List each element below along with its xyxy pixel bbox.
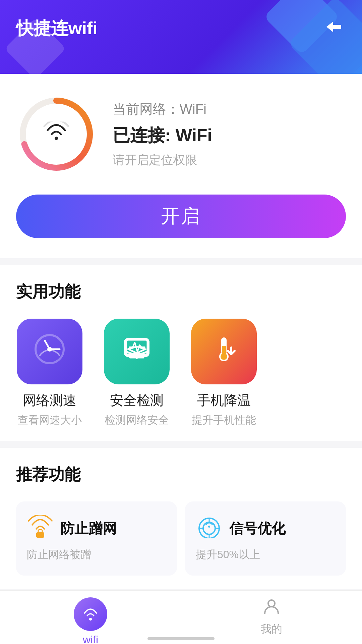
status-card: 当前网络：WiFi 已连接: WiFi 请开启定位权限	[0, 74, 362, 195]
nav-mine-icon	[262, 597, 281, 619]
start-button-wrapper: 开启	[0, 195, 362, 258]
svg-point-2	[55, 137, 58, 140]
app-title: 快捷连wifi	[16, 17, 98, 40]
signal-ring	[16, 94, 97, 174]
svg-rect-16	[36, 532, 44, 538]
cooling-name: 手机降温	[197, 391, 251, 410]
security-desc: 检测网络安全	[105, 413, 169, 428]
feature-speed[interactable]: 网络测速 查看网速大小	[16, 319, 83, 428]
bottom-nav: wifi 我的	[0, 590, 362, 644]
signal-header: 信号优化	[196, 515, 335, 542]
start-button[interactable]: 开启	[16, 195, 346, 238]
security-icon-box	[104, 319, 170, 384]
block-wifi-icon	[27, 515, 54, 542]
svg-point-18	[203, 522, 215, 534]
feature-security[interactable]: 安全检测 检测网络安全	[103, 319, 170, 428]
speed-name: 网络测速	[23, 391, 76, 410]
svg-point-25	[268, 600, 275, 607]
speed-desc: 查看网速大小	[17, 413, 82, 428]
block-title: 防止蹭网	[60, 519, 117, 538]
security-icon	[120, 332, 154, 371]
useful-section: 实用功能 网络测速 查看网速大小	[0, 265, 362, 441]
network-info: 当前网络：WiFi 已连接: WiFi 请开启定位权限	[113, 100, 346, 168]
cooling-desc: 提升手机性能	[192, 413, 256, 428]
recommended-signal[interactable]: 信号优化 提升50%以上	[185, 501, 346, 576]
feature-cooling[interactable]: 手机降温 提升手机性能	[190, 319, 257, 428]
nav-wifi-label: wifi	[83, 634, 98, 644]
wifi-signal-icon	[43, 122, 70, 147]
back-icon	[325, 20, 343, 34]
signal-title: 信号优化	[229, 519, 286, 538]
svg-point-24	[89, 618, 92, 621]
header: 快捷连wifi	[0, 0, 362, 74]
nav-mine-label: 我的	[261, 622, 282, 637]
current-network-label: 当前网络：WiFi	[113, 100, 346, 118]
signal-desc: 提升50%以上	[196, 547, 335, 562]
speed-icon-box	[17, 319, 82, 384]
cooling-icon	[207, 332, 241, 371]
security-name: 安全检测	[110, 391, 164, 410]
bottom-indicator	[147, 637, 215, 640]
svg-point-13	[221, 353, 227, 360]
speed-icon	[33, 332, 66, 371]
connected-label: 已连接: WiFi	[113, 124, 346, 147]
recommended-grid: 防止蹭网 防止网络被蹭	[16, 501, 346, 576]
permission-label: 请开启定位权限	[113, 152, 346, 168]
useful-section-title: 实用功能	[16, 281, 346, 303]
feature-grid: 网络测速 查看网速大小	[16, 319, 346, 428]
recommended-block[interactable]: 防止蹭网 防止网络被蹭	[16, 501, 177, 576]
nav-wifi-icon	[74, 597, 107, 631]
recommended-section: 推荐功能 防止蹭网 防止网络被蹭	[0, 448, 362, 589]
svg-point-19	[208, 526, 210, 528]
recommended-section-title: 推荐功能	[16, 464, 346, 485]
block-header: 防止蹭网	[27, 515, 166, 542]
block-desc: 防止网络被蹭	[27, 547, 166, 562]
nav-item-mine[interactable]: 我的	[181, 597, 362, 637]
back-button[interactable]	[322, 15, 346, 39]
signal-boost-icon	[196, 515, 223, 542]
cooling-icon-box	[191, 319, 257, 384]
